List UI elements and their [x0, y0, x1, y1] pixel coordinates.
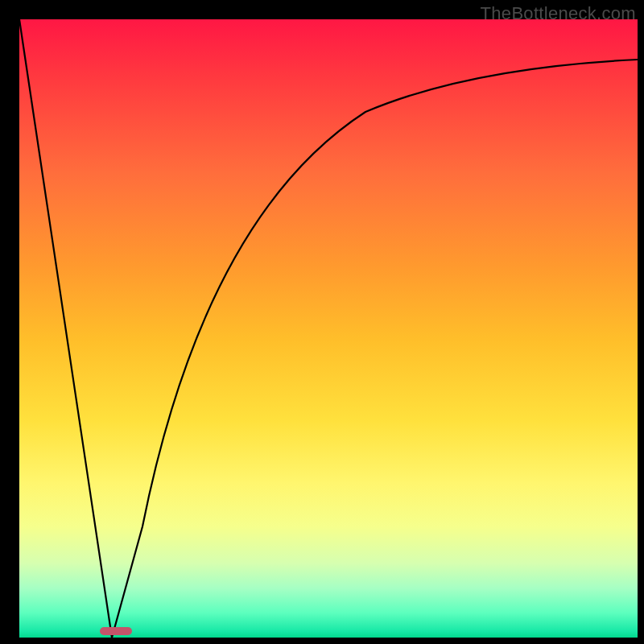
curve-left-segment: [19, 19, 112, 638]
minimum-marker: [100, 627, 132, 635]
watermark-text: TheBottleneck.com: [481, 3, 636, 24]
chart-frame: TheBottleneck.com: [0, 0, 644, 644]
curve-right-segment: [112, 60, 638, 638]
bottleneck-curve: [19, 19, 638, 638]
